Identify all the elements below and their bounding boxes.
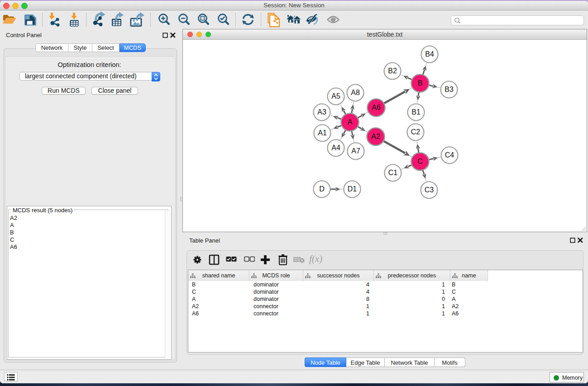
- svg-text:A7: A7: [351, 147, 360, 155]
- svg-text:A6: A6: [372, 104, 381, 111]
- svg-text:A5: A5: [331, 92, 340, 100]
- svg-text:C3: C3: [425, 186, 434, 194]
- svg-text:B: B: [418, 79, 423, 87]
- svg-text:B1: B1: [411, 108, 421, 116]
- svg-text:A8: A8: [351, 89, 360, 96]
- svg-text:B2: B2: [388, 67, 397, 75]
- svg-text:A3: A3: [317, 108, 326, 116]
- svg-text:A: A: [348, 118, 353, 126]
- svg-text:A2: A2: [371, 133, 380, 140]
- svg-text:C: C: [417, 157, 423, 165]
- svg-text:D: D: [319, 185, 325, 193]
- svg-text:A4: A4: [331, 144, 340, 152]
- svg-text:C4: C4: [445, 151, 454, 159]
- svg-text:B4: B4: [425, 50, 434, 58]
- svg-text:B3: B3: [445, 86, 454, 93]
- svg-text:A1: A1: [318, 129, 327, 137]
- svg-text:C2: C2: [411, 128, 421, 136]
- svg-text:D1: D1: [348, 185, 357, 193]
- svg-text:C1: C1: [388, 169, 398, 176]
